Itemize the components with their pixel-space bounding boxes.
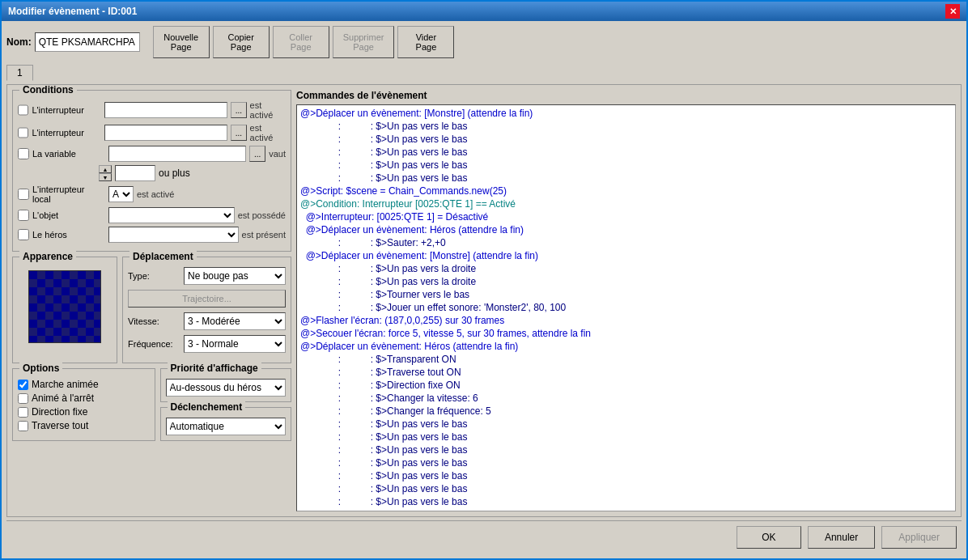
option-traverse: Traverse tout	[18, 420, 150, 431]
type-select[interactable]: Ne bouge pas Aléatoire Vers le héros Per…	[184, 267, 286, 285]
main-area: Conditions L'interrupteur ... est activé…	[6, 84, 962, 517]
command-line: @>Déplacer un évènement: Héros (attendre…	[300, 223, 952, 236]
options-title: Options	[19, 363, 62, 374]
condition-hero-suffix: est présent	[242, 230, 286, 240]
condition-hero-select[interactable]	[108, 227, 239, 243]
condition-label-3: La variable	[32, 149, 105, 159]
command-line: : : $>Un pas vers le bas	[300, 418, 952, 431]
command-line: @>Secouer l'écran: force 5, vitesse 5, s…	[300, 327, 952, 340]
frequence-label: Fréquence:	[128, 339, 180, 349]
title-bar: Modifier évènement - ID:001 ✕	[2, 2, 966, 21]
command-line: : : $>Un pas vers le bas	[300, 159, 952, 172]
option-anime-checkbox[interactable]	[18, 393, 28, 404]
condition-local-checkbox[interactable]	[18, 189, 29, 200]
condition-btn-2[interactable]: ...	[231, 125, 246, 141]
command-line: : : $>Jouer un effet sonore: 'Monster2',…	[300, 301, 952, 314]
spin-up[interactable]: ▲	[99, 165, 112, 173]
priorite-select[interactable]: Au-dessous du héros Même niveau que le h…	[166, 379, 287, 397]
vitesse-row: Vitesse: 1 - Très lente 2 - Lente 3 - Mo…	[128, 312, 286, 330]
option-marche: Marche animée	[18, 379, 150, 390]
command-line: : : $>Un pas vers la droite	[300, 275, 952, 288]
command-line: @>	[300, 508, 952, 511]
condition-object-suffix: est possédé	[238, 210, 286, 220]
command-line: : : $>Un pas vers le bas	[300, 443, 952, 456]
name-input[interactable]	[35, 32, 140, 52]
condition-row-1: L'interrupteur ... est activé	[18, 100, 286, 120]
nouvelle-page-button[interactable]: NouvellePage	[153, 26, 210, 58]
declenchement-group: Déclenchement Automatique Touche action …	[160, 407, 292, 441]
condition-checkbox-2[interactable]	[18, 127, 28, 138]
type-row: Type: Ne bouge pas Aléatoire Vers le hér…	[128, 267, 286, 285]
condition-row-3: La variable ... vaut	[18, 146, 286, 162]
condition-object-select[interactable]	[108, 207, 235, 223]
priority-trigger-stack: Priorité d'affichage Au-dessous du héros…	[160, 368, 292, 441]
condition-input-2[interactable]	[104, 125, 227, 141]
command-line: : : $>Un pas vers le bas	[300, 456, 952, 469]
command-line: @>Interrupteur: [0025:QTE 1] = Désactivé	[300, 210, 952, 223]
apparence-title: Apparence	[19, 251, 76, 262]
option-direction-label: Direction fixe	[32, 406, 87, 418]
command-line: : : $>Un pas vers le bas	[300, 431, 952, 443]
declenchement-title: Déclenchement	[168, 401, 246, 413]
conditions-group: Conditions L'interrupteur ... est activé…	[12, 90, 291, 252]
apparence-group: Apparence	[12, 257, 117, 363]
supprimer-page-button: SupprimerPage	[333, 26, 395, 58]
condition-local-select[interactable]: ABC	[108, 186, 134, 202]
option-direction: Direction fixe	[18, 406, 150, 418]
condition-local-row: L'interrupteur local ABC est activé	[18, 185, 286, 204]
left-panel: Conditions L'interrupteur ... est activé…	[12, 90, 291, 511]
apparence-preview[interactable]	[28, 270, 101, 343]
command-line: : : $>Traverse tout ON	[300, 366, 952, 379]
commands-area[interactable]: @>Déplacer un évènement: [Monstre] (atte…	[296, 104, 956, 511]
condition-checkbox-3[interactable]	[18, 148, 29, 159]
condition-checkbox-1[interactable]	[18, 104, 28, 116]
frequence-select[interactable]: 1 - Minimale 2 - Basse 3 - Normale 4 - H…	[184, 335, 286, 353]
command-line: : : $>Un pas vers la droite	[300, 262, 952, 275]
priorite-title: Priorité d'affichage	[168, 363, 261, 374]
copier-page-button[interactable]: CopierPage	[213, 26, 270, 58]
command-line: @>Flasher l'écran: (187,0,0,255) sur 30 …	[300, 314, 952, 327]
condition-input-3[interactable]	[108, 146, 246, 162]
condition-btn-3[interactable]: ...	[249, 146, 265, 162]
bottom-left: Apparence Déplacement Type: Ne bouge pa	[12, 257, 291, 363]
declenchement-select[interactable]: Automatique Touche action Contact avec l…	[166, 418, 287, 435]
tab-1[interactable]: 1	[6, 65, 33, 81]
command-line: : : $>Un pas vers le bas	[300, 120, 952, 133]
command-line: @>Déplacer un évènement: [Monstre] (atte…	[300, 107, 952, 120]
ok-button[interactable]: OK	[737, 526, 801, 549]
or-more-label: ou plus	[159, 168, 190, 179]
vider-page-button[interactable]: ViderPage	[397, 26, 454, 58]
options-group: Options Marche animée Animé à l'arrêt Di…	[12, 368, 155, 441]
deplacement-title: Déplacement	[129, 251, 197, 262]
name-section: Nom:	[6, 32, 140, 52]
option-direction-checkbox[interactable]	[18, 407, 28, 418]
spin-down[interactable]: ▼	[99, 173, 112, 181]
condition-local-suffix: est activé	[137, 189, 174, 199]
or-more-row: ▲ ▼ ou plus	[99, 165, 286, 181]
command-line: @>Déplacer un évènement: [Monstre] (atte…	[300, 249, 952, 262]
condition-hero-label: Le héros	[32, 230, 105, 240]
annuler-button[interactable]: Annuler	[808, 526, 875, 549]
conditions-title: Conditions	[19, 84, 77, 95]
coller-page-button: CollerPage	[273, 26, 329, 58]
condition-object-label: L'objet	[32, 210, 105, 220]
trajectoire-button[interactable]: Trajectoire...	[128, 290, 286, 308]
type-label: Type:	[128, 271, 180, 281]
condition-object-checkbox[interactable]	[18, 210, 29, 221]
option-marche-checkbox[interactable]	[18, 380, 28, 390]
command-line: : : $>Tourner vers le bas	[300, 288, 952, 301]
or-more-input[interactable]	[115, 165, 155, 181]
option-traverse-checkbox[interactable]	[18, 421, 28, 431]
command-line: @>Déplacer un évènement: Héros (attendre…	[300, 340, 952, 353]
toolbar-buttons: NouvellePage CopierPage CollerPage Suppr…	[153, 26, 455, 58]
top-bar: Nom: NouvellePage CopierPage CollerPage …	[6, 26, 962, 58]
close-button[interactable]: ✕	[945, 4, 960, 19]
condition-hero-checkbox[interactable]	[18, 229, 29, 240]
command-line: @>Script: $scene = Chain_Commands.new(25…	[300, 185, 952, 197]
command-line: : : $>Changer la fréquence: 5	[300, 405, 952, 418]
vitesse-select[interactable]: 1 - Très lente 2 - Lente 3 - Modérée 4 -…	[184, 312, 286, 330]
condition-object-row: L'objet est possédé	[18, 207, 286, 223]
command-line: : : $>Transparent ON	[300, 353, 952, 366]
condition-btn-1[interactable]: ...	[231, 102, 246, 118]
condition-input-1[interactable]	[104, 102, 227, 118]
